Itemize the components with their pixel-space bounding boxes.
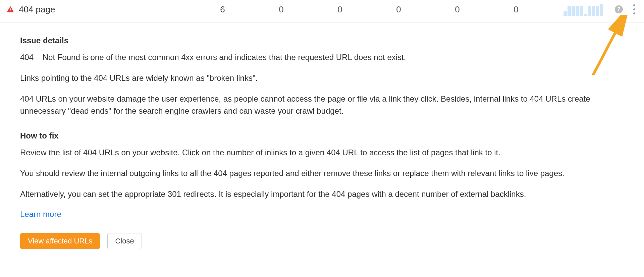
more-menu-icon[interactable] bbox=[633, 4, 635, 14]
how-to-fix-heading: How to fix bbox=[20, 131, 590, 141]
sparkline-bar bbox=[568, 6, 571, 16]
sparkline-bar bbox=[580, 6, 583, 16]
view-affected-urls-button[interactable]: View affected URLs bbox=[20, 233, 100, 249]
action-buttons: View affected URLs Close bbox=[20, 233, 590, 249]
issue-details-p1: 404 – Not Found is one of the most commo… bbox=[20, 51, 590, 63]
issue-details-p3: 404 URLs on your website damage the user… bbox=[20, 93, 590, 117]
sparkline-bar bbox=[576, 6, 579, 16]
svg-text:?: ? bbox=[617, 6, 621, 12]
sparkline-bar bbox=[564, 11, 567, 16]
count-col-1[interactable]: 6 bbox=[193, 4, 252, 15]
sparkline-bar bbox=[584, 14, 587, 16]
sparkline-bar bbox=[572, 6, 575, 16]
warning-icon bbox=[7, 6, 14, 13]
sparkline-bar bbox=[592, 6, 595, 16]
sparkline-chart bbox=[564, 3, 607, 16]
how-to-fix-p3: Alternatively, you can set the appropria… bbox=[20, 188, 590, 200]
sparkline-bar bbox=[588, 6, 591, 16]
count-col-6[interactable]: 0 bbox=[487, 4, 545, 15]
issue-details-p2: Links pointing to the 404 URLs are widel… bbox=[20, 72, 590, 84]
help-icon[interactable]: ? bbox=[614, 5, 623, 14]
issue-details-heading: Issue details bbox=[20, 36, 590, 45]
count-col-2[interactable]: 0 bbox=[252, 4, 311, 15]
learn-more-link[interactable]: Learn more bbox=[20, 210, 61, 219]
issue-details-panel: Issue details 404 – Not Found is one of … bbox=[0, 22, 610, 263]
count-col-4[interactable]: 0 bbox=[369, 4, 428, 15]
count-col-5[interactable]: 0 bbox=[428, 4, 487, 15]
close-button[interactable]: Close bbox=[107, 233, 142, 249]
issue-title: 404 page bbox=[19, 4, 193, 15]
sparkline-bar bbox=[600, 4, 603, 16]
sparkline-bar bbox=[596, 6, 599, 16]
how-to-fix-p1: Review the list of 404 URLs on your webs… bbox=[20, 147, 590, 159]
how-to-fix-p2: You should review the internal outgoing … bbox=[20, 167, 590, 179]
issue-row[interactable]: 404 page 6 0 0 0 0 0 ? bbox=[0, 0, 644, 22]
count-col-3[interactable]: 0 bbox=[311, 4, 369, 15]
